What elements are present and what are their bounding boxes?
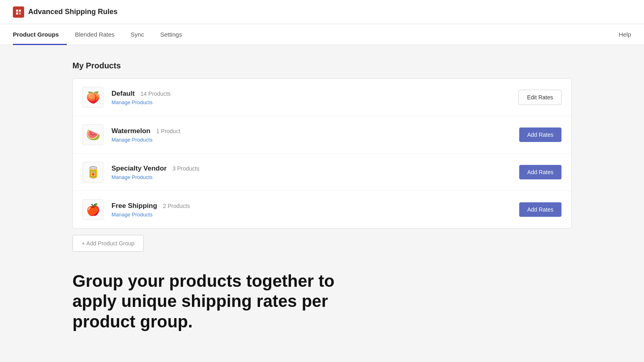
svg-rect-0	[15, 8, 22, 16]
svg-rect-1	[16, 10, 18, 12]
app-logo-icon	[13, 6, 24, 18]
svg-rect-3	[16, 12, 18, 14]
product-count-default: 14 Products	[140, 90, 171, 97]
product-count-watermelon: 1 Product	[156, 128, 180, 134]
app-logo: Advanced Shipping Rules	[13, 6, 118, 18]
product-name-default: Default	[111, 90, 135, 97]
product-name-free-shipping: Free Shipping	[111, 202, 157, 210]
product-info-watermelon: Watermelon 1 Product Manage Products	[111, 127, 519, 143]
add-product-group-button[interactable]: + Add Product Group	[72, 235, 144, 252]
product-icon-free-shipping: 🍎	[83, 199, 103, 220]
manage-products-default[interactable]: Manage Products	[111, 99, 518, 105]
help-link[interactable]: Help	[619, 31, 631, 38]
product-count-specialty-vendor: 3 Products	[172, 165, 199, 172]
product-icon-default: 🍑	[83, 87, 103, 108]
svg-rect-4	[19, 12, 21, 14]
edit-rates-button-default[interactable]: Edit Rates	[518, 90, 561, 105]
manage-products-watermelon[interactable]: Manage Products	[111, 137, 519, 143]
header: Advanced Shipping Rules	[0, 0, 644, 24]
nav-tabs: Product Groups Blended Rates Sync Settin…	[13, 24, 190, 45]
tab-product-groups[interactable]: Product Groups	[13, 25, 67, 45]
table-row: 🥫 Specialty Vendor 3 Products Manage Pro…	[73, 154, 571, 191]
product-groups-card: 🍑 Default 14 Products Manage Products Ed…	[72, 78, 572, 228]
tagline: Group your products together to apply un…	[72, 271, 354, 332]
product-info-specialty-vendor: Specialty Vendor 3 Products Manage Produ…	[111, 165, 519, 180]
main-content: My Products 🍑 Default 14 Products Manage…	[0, 45, 644, 362]
manage-products-free-shipping[interactable]: Manage Products	[111, 212, 519, 218]
svg-rect-2	[19, 10, 21, 12]
product-info-default: Default 14 Products Manage Products	[111, 90, 518, 105]
table-row: 🍑 Default 14 Products Manage Products Ed…	[73, 79, 571, 116]
table-row: 🍉 Watermelon 1 Product Manage Products A…	[73, 116, 571, 154]
product-count-free-shipping: 2 Products	[163, 203, 190, 209]
nav-bar: Product Groups Blended Rates Sync Settin…	[0, 24, 644, 45]
tab-sync[interactable]: Sync	[123, 25, 152, 45]
add-rates-button-specialty-vendor[interactable]: Add Rates	[519, 165, 561, 179]
product-icon-watermelon: 🍉	[83, 124, 103, 145]
product-name-specialty-vendor: Specialty Vendor	[111, 165, 167, 172]
app-title: Advanced Shipping Rules	[28, 8, 118, 16]
table-row: 🍎 Free Shipping 2 Products Manage Produc…	[73, 191, 571, 228]
tab-settings[interactable]: Settings	[152, 25, 190, 45]
product-info-free-shipping: Free Shipping 2 Products Manage Products	[111, 202, 519, 218]
tab-blended-rates[interactable]: Blended Rates	[67, 25, 122, 45]
manage-products-specialty-vendor[interactable]: Manage Products	[111, 174, 519, 180]
add-rates-button-free-shipping[interactable]: Add Rates	[519, 202, 561, 217]
product-icon-specialty-vendor: 🥫	[83, 162, 103, 183]
section-title: My Products	[72, 61, 572, 70]
add-rates-button-watermelon[interactable]: Add Rates	[519, 128, 561, 142]
product-name-watermelon: Watermelon	[111, 127, 151, 135]
